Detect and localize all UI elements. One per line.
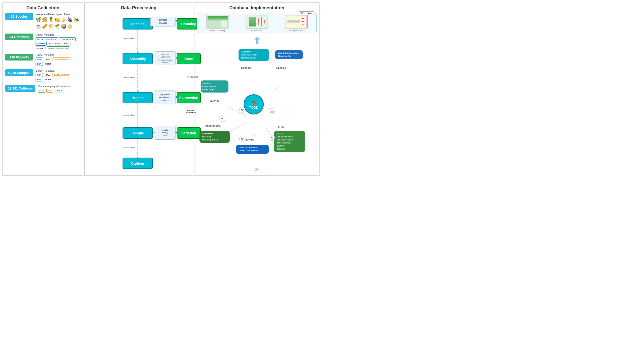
expression-node-hex: • Expression• RNA-Seq• RNA-Seq Project: [199, 131, 230, 143]
genome-hex-label: Genome: [241, 67, 251, 69]
sample-logos: GSA SRA CASSAVABASE: [36, 73, 70, 77]
samples-info: Collect metadata GSA SRA CASSAVABASE ENA…: [36, 69, 70, 81]
samples-item: 4,045 Samples Collect metadata GSA SRA C…: [5, 69, 80, 81]
genome-logo: Genome: [36, 42, 47, 46]
up-arrow-container: ⬆: [197, 36, 317, 46]
icon-circle-3: 🔬: [269, 108, 275, 114]
tools-hex-label: Tools: [278, 126, 284, 129]
flow-container: Species Homolog homologanalysis Associat…: [87, 13, 190, 169]
scientific-info-node: • Scientific information• Statistical fi…: [275, 50, 303, 59]
cultivar-node: Cultivar: [123, 158, 153, 169]
icon-circle-2: ✂: [219, 116, 225, 122]
species-node: Species: [123, 18, 153, 30]
projects-desc: Collect metadata: [36, 54, 70, 56]
middle-panel: Data Processing: [84, 3, 193, 176]
transcriptome-label: Transcriptome: [203, 125, 221, 127]
screenshot-browsing: Data browsing: [206, 15, 229, 32]
cassava-logo: CASSAVABASE: [52, 57, 70, 61]
fruits-row2: ☕🥜🌾🌴🥥🍈: [36, 23, 79, 29]
association-label-1: Association: [123, 37, 135, 40]
cultivars-desc: Name mapping with samples: [38, 85, 70, 88]
ncbi-logo: NCBI: [54, 42, 62, 46]
cultivars-item: 13,381 Cultivars Name mapping with sampl…: [5, 85, 80, 93]
projects-item: 116 Projects Collect metadata GSA SRA CA…: [5, 54, 80, 66]
cassava2-logo: CASSAVABASE: [52, 73, 70, 77]
viz-screenshot: [246, 15, 268, 28]
sample-node: Sample: [123, 127, 153, 139]
wgs-logo: WGS: [63, 42, 71, 46]
ciat-logo: CIAT: [38, 89, 45, 93]
sample-logos2: ENA DDBJ: [36, 78, 70, 81]
variome-node: Variome• WGS sample• WGS project: [201, 80, 228, 93]
up-arrow-icon: ⬆: [253, 36, 261, 46]
expression-quant-box: expressionquantification RNA-Seq: [155, 91, 175, 104]
banana-logo: Banana Genome Hub: [47, 46, 70, 50]
sra-logo: SRA: [44, 57, 51, 61]
icon-circle-5: 🔧: [269, 135, 275, 141]
genomes-desc: Collect metadata: [36, 34, 76, 36]
variation-calling-box: variationcalling WGS: [155, 126, 175, 140]
association-label-3: Association: [123, 114, 135, 116]
db-screenshots: Data browsing Visualization: [198, 15, 315, 32]
genome-warehouse-logo: Genome Warehouse: [36, 37, 58, 41]
ena-logo: ENA: [36, 62, 43, 66]
section-title-processing: Data Processing: [87, 5, 190, 11]
gsa-logo: GSA: [36, 57, 43, 61]
species-info: Integrate different types of data 🌿🫚🍍🍋🍌🍇…: [36, 13, 79, 30]
samples-desc: Collect metadata: [36, 69, 70, 72]
ddbj-logo: DDBJ: [44, 62, 52, 66]
gsa2-logo: GSA: [36, 73, 43, 77]
sra2-logo: SRA: [44, 73, 51, 77]
cultivar-info-node: • Global distribution• Cultivar informat…: [236, 145, 269, 154]
ngbdb-logo: NGBdb: [36, 46, 46, 50]
fruits-row: 🌿🫚🍍🍋🍌🍇🫒: [36, 17, 79, 22]
cgiar-logo: CGIAR: [54, 89, 64, 93]
svg-line-28: [265, 87, 278, 101]
hex-diagram: • Assembly• Gene annotation• Homolog gra…: [197, 48, 317, 164]
screenshot-tools: Analysis tools: [285, 15, 308, 32]
main-container: Data Collection 15 Species Integrate dif…: [0, 0, 322, 178]
cultivars-label: 13,381 Cultivars: [5, 85, 35, 92]
icon-circle-4: ⚙: [239, 136, 245, 142]
samples-label: 4,045 Samples: [5, 69, 33, 76]
species-desc: Integrate different types of data: [36, 13, 79, 16]
projects-info: Collect metadata GSA SRA CASSAVABASE ENA…: [36, 54, 70, 66]
phytozome-logo: Phytozome 13: [59, 37, 76, 41]
genome-logos3: NGBdb Banana Genome Hub: [36, 46, 76, 50]
project-node: Project: [123, 92, 153, 103]
browsing-label: Data browsing: [210, 29, 225, 32]
association-label-4: Association: [123, 146, 135, 149]
cultivar-logos: CIAT IITA CGIAR: [38, 89, 70, 93]
assembly-node: Assembly: [123, 53, 153, 64]
project-logos: GSA SRA CASSAVABASE: [36, 57, 70, 61]
tools-node: • BLAST• Genome Browser• Gene expression…: [274, 131, 305, 152]
variome-label: Variome: [210, 99, 219, 102]
tcod-label: TCOD: [249, 106, 258, 109]
ena2-logo: ENA: [36, 78, 43, 81]
projects-label: 116 Projects: [5, 54, 33, 61]
section-title-collection: Data Collection: [5, 5, 80, 11]
genome-logos2: Genome IN NCBI WGS: [36, 42, 76, 46]
icon-circle-1: ⚙: [239, 107, 245, 113]
assembly-info-node: • Assembly• Gene annotation• Homolog gra…: [239, 49, 269, 61]
cultivars-info: Name mapping with samples CIAT IITA CGIA…: [38, 85, 70, 93]
web-server-badge: Web server: [299, 11, 314, 15]
web-server-section: Web server Data browsing: [197, 13, 317, 33]
viz-label: Visualization: [250, 29, 263, 32]
genome-annotation-box: genomeannotation Function; Domain; Pathw…: [155, 51, 175, 65]
homolog-analysis-box: homologanalysis: [150, 17, 175, 26]
section-title-db: Database Implementation: [197, 5, 317, 11]
right-panel: Database Implementation Web server Data …: [194, 3, 319, 176]
tools-label: Analysis tools: [289, 29, 303, 32]
genome-logos: Genome Warehouse Phytozome 13: [36, 37, 76, 41]
tcod-center: 🌴 TCOD: [244, 94, 264, 114]
genomes-info: Collect metadata Genome Warehouse Phytoz…: [36, 34, 76, 50]
project-logos2: ENA DDBJ: [36, 62, 70, 66]
association-label-2: Association: [123, 76, 135, 79]
species-item: 15 Species Integrate different types of …: [5, 13, 80, 30]
left-panel: Data Collection 15 Species Integrate dif…: [3, 3, 83, 176]
double-chevron: »: [197, 165, 317, 173]
tools-screenshot: [285, 15, 308, 28]
ddbj2-logo: DDBJ: [44, 78, 52, 81]
browsing-screenshot: [206, 15, 229, 28]
